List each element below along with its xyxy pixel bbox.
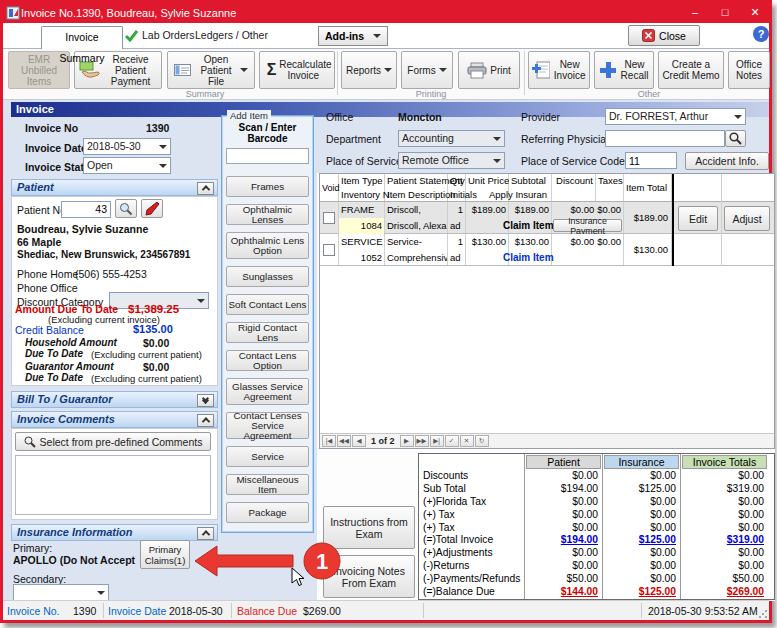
new-invoice-button[interactable]: New Invoice (528, 51, 590, 89)
add-miscellaneous-item-button[interactable]: Miscellaneous Item (226, 474, 309, 495)
collapse-button[interactable] (197, 182, 214, 195)
balance-due-total-link[interactable]: $269.00 (680, 586, 768, 599)
totals-table: Patient Insurance Invoice Totals Discoun… (418, 453, 775, 600)
recalculate-invoice-button[interactable]: Σ Recalculate Invoice (259, 51, 335, 89)
balance-due-insurance-link[interactable]: $125.00 (602, 586, 680, 599)
total-invoice-patient-link[interactable]: $194.00 (524, 534, 602, 547)
tab-lab-orders[interactable]: Lab Orders (142, 29, 195, 41)
subtotal-cell: $189.00 (509, 202, 551, 218)
toolbar-group-printing: Printing (341, 89, 521, 99)
predefined-comments-label: Select from pre-defined Comments (40, 436, 203, 448)
patient-statement-cell: Driscoll, (385, 202, 447, 218)
new-recall-button[interactable]: New Recall (594, 51, 654, 89)
secondary-insurance-select[interactable] (13, 584, 109, 601)
add-ophthalmic-lenses-button[interactable]: Ophthalmic Lenses (226, 204, 309, 225)
totals-row-payments-refunds: (-)Payments/Refunds$50.00$0.00$50.00 (419, 573, 774, 586)
patient-edit-button[interactable] (141, 199, 163, 218)
invoice-item-row: SERVICE1052 Service-Comprehensive E 1ad … (320, 234, 774, 266)
collapse-button[interactable] (197, 527, 214, 540)
search-icon (729, 132, 742, 145)
comments-textarea[interactable] (15, 455, 211, 515)
void-checkbox[interactable] (323, 212, 335, 224)
credit-balance-label: Credit Balance (15, 324, 84, 336)
item-description-cell: Comprehensive E (385, 250, 447, 265)
add-rigid-contact-lens-button[interactable]: Rigid Contact Lens (226, 322, 309, 343)
office-notes-button[interactable]: Office Notes (728, 51, 770, 89)
barcode-input[interactable] (226, 148, 309, 164)
collapse-button[interactable] (197, 414, 214, 427)
tab-invoice-summary[interactable]: Invoice Summary (41, 26, 123, 49)
balance-due-patient-link[interactable]: $144.00 (524, 586, 602, 599)
invoice-status-select[interactable]: Open (83, 157, 171, 174)
addins-dropdown[interactable]: Add-ins (318, 26, 388, 46)
add-sunglasses-button[interactable]: Sunglasses (226, 266, 309, 287)
next-record-button[interactable]: ▶ (400, 435, 414, 447)
tab-ledgers-other[interactable]: Ledgers / Other (195, 29, 268, 41)
expand-button[interactable] (197, 394, 214, 407)
totals-row-total-invoice: (=)Total Invoice$194.00$125.00$319.00 (419, 534, 774, 547)
insurance-payment-button[interactable]: Insurance Payment (553, 219, 622, 232)
totals-row-adjustments: (+)Adjustments$0.00$0.00$0.00 (419, 547, 774, 560)
close-invoice-button[interactable]: Close (628, 25, 700, 46)
maximize-button[interactable]: □ (711, 3, 739, 23)
print-button[interactable]: Print (458, 51, 520, 89)
department-select[interactable]: Accounting (398, 130, 505, 147)
add-contact-lens-option-button[interactable]: Contact Lens Option (226, 350, 309, 371)
open-patient-file-button[interactable]: Open Patient File (167, 51, 255, 89)
predefined-comments-button[interactable]: Select from pre-defined Comments (15, 432, 211, 451)
void-column-header: Void (320, 174, 338, 188)
adjust-item-button[interactable]: Adjust (724, 206, 770, 231)
claim-item-link[interactable]: Claim Item (501, 218, 551, 234)
add-glasses-service-agreement-button[interactable]: Glasses Service Agreement (226, 378, 309, 405)
referring-physician-search-button[interactable] (725, 130, 746, 147)
add-soft-contact-lens-button[interactable]: Soft Contact Lens (226, 294, 309, 315)
place-of-service-select[interactable]: Remote Office (398, 152, 505, 169)
initials-cell: ad (448, 218, 465, 234)
minimize-button[interactable]: – (681, 3, 709, 23)
place-of-service-code-input[interactable] (625, 152, 677, 169)
chevron-down-icon (240, 68, 248, 72)
primary-claims-button[interactable]: Primary Claims(1) (140, 540, 190, 569)
patient-search-button[interactable] (115, 199, 137, 218)
total-invoice-total-link[interactable]: $319.00 (680, 534, 768, 547)
reports-button[interactable]: Reports (341, 51, 397, 89)
add-frames-button[interactable]: Frames (226, 176, 309, 197)
provider-select[interactable]: Dr. FORREST, Arthur (605, 108, 746, 125)
close-window-button[interactable]: ✕ (741, 3, 769, 23)
add-ophthalmic-lens-option-button[interactable]: Ophthalmic Lens Option (226, 232, 309, 259)
initials-header: Initials (448, 188, 465, 202)
prev-page-button[interactable]: ◀◀ (337, 435, 351, 447)
total-invoice-insurance-link[interactable]: $125.00 (602, 534, 680, 547)
forms-button[interactable]: Forms (401, 51, 453, 89)
patient-no-input[interactable]: 43 (61, 201, 111, 218)
resize-grip-icon[interactable] (758, 609, 768, 619)
grid-header: Void Item TypeInventory N Patient Statem… (320, 174, 774, 202)
status-invoice-no-label: Invoice No. (7, 605, 60, 617)
add-package-button[interactable]: Package (226, 502, 309, 523)
void-checkbox[interactable] (323, 244, 335, 256)
first-record-button[interactable]: |◀ (322, 435, 336, 447)
totals-row-tax2: (+) Tax$0.00$0.00$0.00 (419, 522, 774, 535)
referring-physician-input[interactable] (605, 130, 725, 147)
totals-row-returns: (-)Returns$0.00$0.00$0.00 (419, 560, 774, 573)
next-page-button[interactable]: ▶▶ (415, 435, 429, 447)
add-contact-lenses-service-agreement-button[interactable]: Contact Lenses Service Agreement (226, 412, 309, 439)
edit-item-button[interactable]: Edit (678, 206, 718, 231)
last-record-button[interactable]: ▶| (430, 435, 444, 447)
create-credit-memo-button[interactable]: Create a Credit Memo (658, 51, 724, 89)
accident-info-button[interactable]: Accident Info. (685, 152, 769, 170)
credit-balance-value: $135.00 (133, 323, 173, 335)
item-type-cell: SERVICE (339, 234, 384, 250)
grid-splitter[interactable] (672, 174, 674, 266)
refresh-button[interactable]: ↻ (475, 435, 489, 447)
prev-record-button[interactable]: ◀ (352, 435, 366, 447)
plus-icon (599, 61, 617, 79)
invoice-date-select[interactable]: 2018-05-30 (83, 138, 171, 155)
help-icon[interactable]: ? (753, 26, 769, 42)
add-service-button[interactable]: Service (226, 446, 309, 467)
inventory-no-cell: 1084 (339, 218, 384, 234)
patient-statement-header: Patient Statement (385, 174, 447, 188)
claim-item-link[interactable]: Claim Item (501, 250, 551, 266)
patient-address2: Shediac, New Brunswick, 234567891 (17, 249, 190, 260)
invoice-date-label: Invoice Date: (25, 142, 90, 154)
